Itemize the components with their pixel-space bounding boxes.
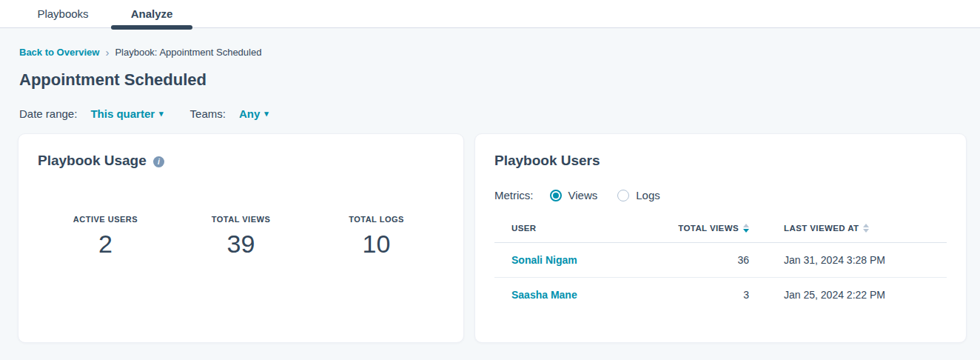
info-icon[interactable]: i	[153, 156, 164, 167]
users-card-title: Playbook Users	[494, 153, 947, 169]
total-views-cell: 36	[660, 254, 749, 266]
users-table: USER TOTAL VIEWS LAST VIEWED AT	[494, 224, 947, 311]
sort-down-arrow-icon	[743, 229, 749, 233]
column-header-label: LAST VIEWED AT	[784, 224, 859, 233]
chevron-down-icon: ▾	[264, 109, 269, 119]
user-link[interactable]: Saasha Mane	[511, 289, 577, 301]
main-content: Back to Overview › Playbook: Appointment…	[0, 28, 980, 343]
playbook-usage-card: Playbook Usage i ACTIVE USERS 2 TOTAL VI…	[18, 133, 464, 343]
metric-option-label: Logs	[636, 189, 660, 201]
table-header-row: USER TOTAL VIEWS LAST VIEWED AT	[494, 224, 947, 243]
metrics-label: Metrics:	[494, 189, 534, 201]
teams-label: Teams:	[190, 107, 226, 120]
sort-up-arrow-icon	[743, 224, 749, 227]
table-row: Saasha Mane 3 Jan 25, 2024 2:22 PM	[494, 277, 947, 311]
column-header-last-viewed-at[interactable]: LAST VIEWED AT	[749, 224, 947, 233]
breadcrumb-current: Playbook: Appointment Scheduled	[115, 47, 261, 58]
breadcrumb-separator-icon: ›	[105, 47, 109, 58]
tab-analyze[interactable]: Analyze	[111, 0, 192, 27]
table-row: Sonali Nigam 36 Jan 31, 2024 3:28 PM	[494, 243, 947, 277]
active-tab-indicator	[111, 25, 192, 30]
last-viewed-cell: Jan 31, 2024 3:28 PM	[749, 254, 947, 266]
sort-icon[interactable]	[863, 224, 869, 233]
metric-option-logs[interactable]: Logs	[617, 189, 660, 201]
column-header-user: USER	[511, 224, 660, 233]
back-to-overview-link[interactable]: Back to Overview	[19, 47, 99, 58]
tab-playbooks-label: Playbooks	[37, 7, 88, 20]
teams-dropdown[interactable]: Any ▾	[239, 107, 269, 120]
stat-value: 2	[38, 230, 173, 259]
tab-analyze-label: Analyze	[131, 7, 173, 20]
usage-card-header: Playbook Usage i	[38, 153, 444, 169]
metric-option-label: Views	[568, 189, 598, 201]
total-views-cell: 3	[660, 289, 749, 301]
tab-bar: Playbooks Analyze	[0, 0, 980, 28]
radio-selected-icon[interactable]	[550, 190, 562, 201]
table-body: Sonali Nigam 36 Jan 31, 2024 3:28 PM Saa…	[494, 243, 947, 311]
filters-row: Date range: This quarter ▾ Teams: Any ▾	[19, 107, 967, 120]
stat-total-views: TOTAL VIEWS 39	[173, 215, 309, 259]
usage-stats: ACTIVE USERS 2 TOTAL VIEWS 39 TOTAL LOGS…	[38, 215, 444, 259]
usage-card-title: Playbook Usage	[38, 153, 147, 169]
stat-value: 39	[173, 230, 309, 259]
user-cell: Sonali Nigam	[511, 254, 660, 266]
user-cell: Saasha Mane	[511, 289, 660, 301]
stat-label: TOTAL LOGS	[309, 215, 444, 224]
cards-row: Playbook Usage i ACTIVE USERS 2 TOTAL VI…	[18, 133, 967, 343]
radio-unselected-icon[interactable]	[617, 190, 629, 201]
playbook-users-card: Playbook Users Metrics: Views Logs USER	[474, 133, 967, 343]
date-range-label: Date range:	[19, 107, 77, 120]
stat-total-logs: TOTAL LOGS 10	[309, 215, 444, 259]
column-header-total-views[interactable]: TOTAL VIEWS	[660, 224, 749, 233]
date-range-dropdown[interactable]: This quarter ▾	[90, 107, 163, 120]
column-header-label: USER	[511, 224, 537, 233]
last-viewed-cell: Jan 25, 2024 2:22 PM	[749, 289, 947, 301]
tab-playbooks[interactable]: Playbooks	[22, 0, 104, 27]
column-header-label: TOTAL VIEWS	[678, 224, 739, 233]
date-range-value: This quarter	[90, 107, 155, 120]
sort-up-arrow-icon	[863, 224, 869, 227]
chevron-down-icon: ▾	[159, 109, 164, 119]
stat-active-users: ACTIVE USERS 2	[38, 215, 173, 259]
stat-value: 10	[309, 230, 444, 259]
metrics-toggle-row: Metrics: Views Logs	[494, 189, 947, 201]
sort-down-arrow-icon	[863, 229, 869, 233]
sort-icon[interactable]	[743, 224, 749, 233]
page-title: Appointment Scheduled	[19, 70, 967, 90]
user-link[interactable]: Sonali Nigam	[511, 254, 577, 266]
stat-label: ACTIVE USERS	[38, 215, 173, 224]
metric-option-views[interactable]: Views	[550, 189, 598, 201]
teams-value: Any	[239, 107, 260, 120]
breadcrumb: Back to Overview › Playbook: Appointment…	[19, 47, 967, 58]
stat-label: TOTAL VIEWS	[173, 215, 309, 224]
